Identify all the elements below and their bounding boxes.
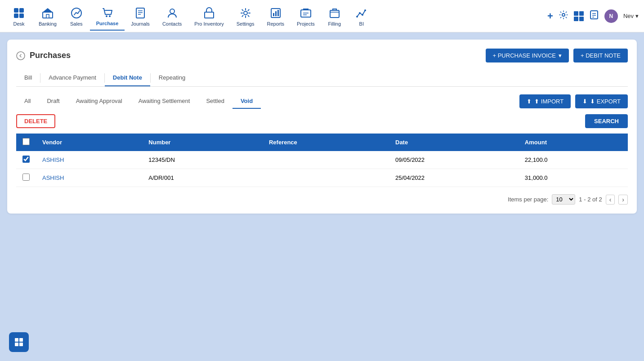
- row2-checkbox-cell: [16, 169, 36, 187]
- svg-point-16: [244, 11, 247, 15]
- nav-label-banking: Banking: [39, 21, 57, 27]
- row1-vendor-link[interactable]: ASHISH: [42, 156, 64, 163]
- subtab-awaiting-approval-label: Awaiting Approval: [76, 98, 122, 104]
- svg-marker-5: [43, 8, 53, 12]
- debit-note-button[interactable]: + DEBIT NOTE: [573, 49, 628, 62]
- subtabs-row: All Draft Awaiting Approval Awaiting Set…: [16, 94, 628, 109]
- row1-amount: 22,100.0: [519, 151, 628, 169]
- nav-item-desk[interactable]: Desk: [5, 2, 32, 30]
- bottom-widget-button[interactable]: [9, 332, 29, 352]
- tab-debit-note-label: Debit Note: [113, 74, 142, 81]
- row1-vendor: ASHISH: [36, 151, 142, 169]
- row2-vendor-link[interactable]: ASHISH: [42, 174, 64, 181]
- row1-number: 12345/DN: [142, 151, 263, 169]
- grid-view-button[interactable]: [574, 11, 584, 21]
- journals-icon: [133, 6, 148, 20]
- row1-checkbox[interactable]: [22, 156, 30, 163]
- th-date: Date: [389, 134, 519, 151]
- svg-point-28: [364, 9, 366, 11]
- delete-button[interactable]: DELETE: [16, 114, 55, 128]
- import-button[interactable]: ⬆ ⬆ IMPORT: [519, 94, 571, 108]
- nav-item-pro-inventory[interactable]: Pro Inventory: [188, 2, 230, 30]
- add-button[interactable]: +: [547, 10, 553, 22]
- row2-vendor: ASHISH: [36, 169, 142, 187]
- page-title: Purchases: [30, 51, 71, 60]
- select-all-checkbox[interactable]: [22, 138, 30, 145]
- purchase-icon: [100, 5, 115, 20]
- nav-label-projects: Projects: [297, 21, 315, 27]
- nav-item-filling[interactable]: Filling: [321, 2, 348, 30]
- table-head: Vendor Number Reference Date Amount: [16, 134, 628, 151]
- row1-date: 09/05/2022: [389, 151, 519, 169]
- nav-item-banking[interactable]: Banking: [32, 2, 63, 30]
- settings-gear-button[interactable]: [559, 10, 568, 22]
- row2-reference: [263, 169, 389, 187]
- svg-point-29: [562, 13, 565, 16]
- row1-checkbox-cell: [16, 151, 36, 169]
- card-header: Purchases + PURCHASE INVOICE ▾ + DEBIT N…: [16, 49, 628, 62]
- purchase-invoice-label: + PURCHASE INVOICE: [493, 52, 556, 59]
- export-button[interactable]: ⬇ ⬇ EXPORT: [575, 94, 628, 108]
- subtab-settled[interactable]: Settled: [198, 94, 232, 109]
- nav-item-reports[interactable]: Reports: [260, 2, 291, 30]
- subtab-all[interactable]: All: [16, 94, 39, 109]
- chevron-down-icon: ▾: [635, 13, 639, 19]
- nav-label-journals: Journals: [131, 21, 150, 27]
- nav-item-bi[interactable]: BI: [348, 2, 375, 30]
- subtab-void[interactable]: Void: [233, 94, 261, 109]
- nav-item-projects[interactable]: Projects: [291, 2, 321, 30]
- avatar[interactable]: N: [604, 9, 618, 23]
- th-reference: Reference: [263, 134, 389, 151]
- items-per-page-select[interactable]: 10 25 50 100: [552, 194, 575, 205]
- row2-date: 25/04/2022: [389, 169, 519, 187]
- tab-advance-payment-label: Advance Payment: [49, 74, 96, 81]
- svg-point-9: [109, 15, 111, 17]
- row2-amount: 31,000.0: [519, 169, 628, 187]
- data-table: Vendor Number Reference Date Amount ASHI…: [16, 134, 628, 187]
- search-button[interactable]: SEARCH: [585, 114, 628, 128]
- banking-icon: [40, 6, 55, 20]
- card-actions: + PURCHASE INVOICE ▾ + DEBIT NOTE: [486, 49, 628, 62]
- pro-inventory-icon: [202, 6, 216, 20]
- th-vendor: Vendor: [36, 134, 142, 151]
- row2-number: A/DR/001: [142, 169, 263, 187]
- reports-icon: [268, 6, 283, 20]
- card-title-row: Purchases: [16, 51, 71, 60]
- svg-rect-2: [14, 13, 18, 18]
- tab-repeating[interactable]: Repeating: [151, 70, 193, 86]
- nav-label-contacts: Contacts: [162, 21, 182, 27]
- projects-icon: [299, 6, 313, 20]
- tab-debit-note[interactable]: Debit Note: [105, 70, 150, 86]
- nav-item-settings[interactable]: Settings: [230, 2, 261, 30]
- tab-bill[interactable]: Bill: [16, 70, 40, 86]
- pagination-prev-button[interactable]: ‹: [606, 195, 615, 205]
- purchases-card: Purchases + PURCHASE INVOICE ▾ + DEBIT N…: [7, 40, 637, 214]
- nav-item-sales[interactable]: Sales: [63, 2, 90, 30]
- pagination-next-button[interactable]: ›: [618, 195, 628, 205]
- nav-item-purchase[interactable]: Purchase: [90, 2, 125, 31]
- nav-label-purchase: Purchase: [96, 21, 119, 26]
- purchase-invoice-button[interactable]: + PURCHASE INVOICE ▾: [486, 49, 569, 62]
- pagination-range: 1 - 2 of 2: [579, 196, 602, 203]
- back-button[interactable]: [16, 51, 25, 60]
- contacts-icon: [165, 6, 179, 20]
- row2-checkbox[interactable]: [22, 174, 30, 181]
- nav-item-contacts[interactable]: Contacts: [156, 2, 188, 30]
- svg-rect-6: [46, 14, 49, 18]
- subtab-awaiting-settlement[interactable]: Awaiting Settlement: [130, 94, 198, 109]
- svg-rect-10: [136, 8, 144, 18]
- nav-items: Desk Banking Sales: [5, 2, 547, 31]
- svg-rect-24: [330, 10, 339, 18]
- svg-rect-1: [19, 8, 24, 13]
- tab-advance-payment[interactable]: Advance Payment: [40, 70, 104, 86]
- user-menu-button[interactable]: Nev ▾: [623, 13, 639, 19]
- subtab-draft[interactable]: Draft: [39, 94, 67, 109]
- export-label: ⬇ EXPORT: [590, 98, 621, 105]
- subtab-settled-label: Settled: [206, 98, 224, 104]
- nav-item-journals[interactable]: Journals: [125, 2, 156, 30]
- document-button[interactable]: [589, 10, 599, 22]
- th-checkbox: [16, 134, 36, 151]
- main-tabs: Bill Advance Payment Debit Note Repeatin…: [16, 70, 628, 87]
- subtab-awaiting-approval[interactable]: Awaiting Approval: [68, 94, 130, 109]
- search-label: SEARCH: [594, 118, 619, 125]
